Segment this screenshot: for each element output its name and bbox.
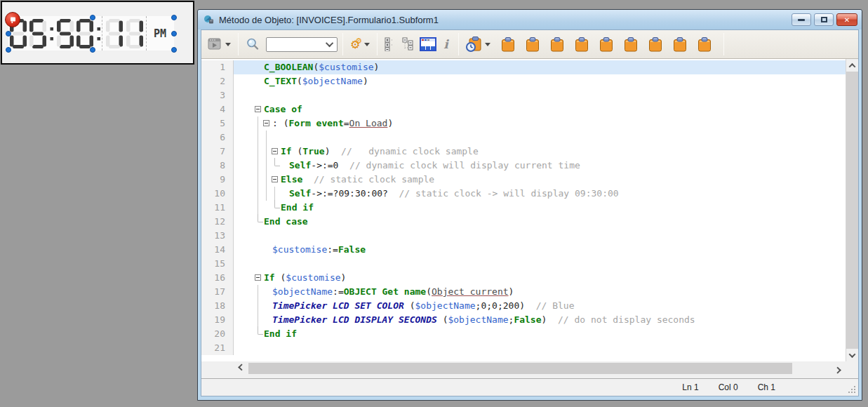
macro-clipboard-button[interactable] bbox=[671, 35, 689, 54]
macro-clipboard-button[interactable] bbox=[573, 35, 591, 54]
code-line[interactable]: 3 bbox=[201, 88, 846, 102]
selection-handle-top[interactable] bbox=[90, 15, 95, 20]
code-line[interactable]: 11 End if bbox=[201, 201, 846, 215]
horizontal-scrollbar-thumb[interactable] bbox=[248, 363, 792, 374]
macro-clipboard-icon bbox=[550, 37, 564, 52]
vertical-scrollbar-thumb[interactable] bbox=[846, 72, 858, 349]
indent-guide bbox=[266, 131, 267, 145]
resize-grip[interactable] bbox=[848, 385, 856, 394]
code-text: TimePicker LCD DISPLAY SECONDS ($objectN… bbox=[272, 313, 695, 327]
lcd-digit bbox=[126, 18, 144, 49]
macro-clipboard-button[interactable] bbox=[646, 35, 665, 54]
scrollbar-gutter-spacer bbox=[201, 361, 234, 375]
line-number: 20 bbox=[201, 327, 234, 341]
fold-toggle[interactable] bbox=[272, 176, 278, 182]
code-line[interactable]: 4 Case of bbox=[201, 102, 846, 116]
run-method-button[interactable] bbox=[206, 35, 233, 53]
scroll-down-button[interactable] bbox=[846, 349, 858, 361]
lcd-digit bbox=[76, 18, 94, 49]
code-line[interactable]: 10 Self->:=?09:30:00? // static clock ->… bbox=[201, 187, 846, 201]
scroll-right-button[interactable] bbox=[832, 362, 844, 375]
title-bar[interactable]: Método de Objeto: [INVOICES].Formulario1… bbox=[198, 10, 862, 29]
code-line[interactable]: 6 bbox=[201, 131, 846, 145]
scroll-left-button[interactable] bbox=[234, 362, 247, 375]
toolbar-separator bbox=[723, 33, 724, 55]
form-preview-button[interactable] bbox=[418, 35, 439, 53]
search-combobox[interactable] bbox=[266, 37, 338, 52]
code-line[interactable]: 21 bbox=[201, 341, 846, 355]
lcd-period: PM bbox=[147, 16, 173, 51]
lcd-digit bbox=[105, 18, 123, 49]
block-end-corner bbox=[274, 200, 280, 208]
macro-clipboard-button[interactable] bbox=[499, 35, 517, 54]
selection-handle-bottom-left[interactable] bbox=[6, 47, 11, 53]
code-line[interactable]: 18 TimePicker LCD SET COLOR ($objectName… bbox=[201, 299, 846, 313]
code-line[interactable]: 17 $objectName:=OBJECT Get name(Object c… bbox=[201, 285, 846, 299]
macro-clipboard-button[interactable] bbox=[597, 35, 615, 54]
code-line[interactable]: 1 C_BOOLEAN($customise) bbox=[201, 60, 846, 74]
code-line[interactable]: 16 If ($customise) bbox=[201, 271, 846, 285]
selection-handle-right[interactable] bbox=[171, 31, 177, 36]
selection-handle-top-right[interactable] bbox=[171, 15, 177, 20]
code-line[interactable]: 2 C_TEXT($objectName) bbox=[201, 74, 846, 88]
expand-all-icon bbox=[385, 37, 397, 51]
macro-clipboard-icon bbox=[526, 37, 540, 52]
chevron-right-icon bbox=[834, 366, 841, 373]
code-line[interactable]: 12 End case bbox=[201, 215, 846, 229]
code-line[interactable]: 15 bbox=[201, 257, 846, 271]
macros-dropdown-arrow-icon bbox=[485, 43, 490, 46]
code-text: $customise:=False bbox=[272, 243, 366, 257]
code-line[interactable]: 8 Self->:=0 // dynamic clock will displa… bbox=[201, 159, 846, 173]
lcd-clock-widget[interactable]: PM bbox=[8, 16, 174, 51]
maximize-button[interactable] bbox=[814, 13, 834, 26]
indent-guide bbox=[258, 159, 258, 173]
info-button[interactable]: i bbox=[439, 35, 453, 53]
lcd-seconds bbox=[102, 16, 147, 51]
code-line[interactable]: 13 bbox=[201, 229, 846, 243]
minimize-button[interactable] bbox=[792, 13, 811, 26]
code-line[interactable]: 19 TimePicker LCD DISPLAY SECONDS ($obje… bbox=[201, 313, 846, 327]
expand-all-button[interactable] bbox=[382, 35, 399, 53]
scroll-up-button[interactable] bbox=[846, 59, 858, 72]
code-line[interactable]: 5 : (Form event=On Load) bbox=[201, 116, 846, 131]
code-line[interactable]: 14 $customise:=False bbox=[201, 243, 846, 257]
macro-clipboard-button[interactable] bbox=[622, 35, 640, 54]
horizontal-scrollbar[interactable] bbox=[201, 361, 858, 375]
selection-handle-bottom[interactable] bbox=[90, 47, 95, 53]
indent-guide bbox=[258, 299, 258, 313]
code-line[interactable]: 20 End if bbox=[201, 327, 846, 341]
vertical-scrollbar[interactable] bbox=[846, 59, 858, 361]
indent-guide bbox=[258, 173, 258, 187]
fold-toggle[interactable] bbox=[255, 274, 261, 281]
fold-toggle[interactable] bbox=[263, 120, 269, 126]
selection-handle-bottom-right[interactable] bbox=[171, 47, 177, 53]
horizontal-scrollbar-track[interactable] bbox=[247, 363, 832, 374]
line-number: 21 bbox=[201, 341, 234, 355]
macro-clipboard-button[interactable] bbox=[695, 35, 714, 54]
search-button[interactable] bbox=[243, 35, 262, 53]
macros-button[interactable] bbox=[464, 34, 493, 54]
code-line[interactable]: 9 Else // static clock sample bbox=[201, 173, 846, 187]
indent-guide bbox=[274, 187, 275, 201]
macro-clipboard-button[interactable] bbox=[548, 35, 566, 54]
line-number: 15 bbox=[201, 257, 234, 271]
code-text: Case of bbox=[264, 102, 302, 116]
close-button[interactable]: ✕ bbox=[836, 13, 857, 26]
fold-toggle[interactable] bbox=[255, 106, 261, 112]
toolbar-separator bbox=[238, 33, 239, 55]
chevron-down-icon bbox=[849, 351, 856, 358]
code-line[interactable]: 7 If (True) // dynamic clock sample bbox=[201, 145, 846, 159]
collapse-all-button[interactable] bbox=[399, 35, 418, 53]
macro-clipboard-button[interactable] bbox=[523, 35, 542, 54]
method-editor-window: Método de Objeto: [INVOICES].Formulario1… bbox=[197, 9, 862, 401]
window-title: Método de Objeto: [INVOICES].Formulario1… bbox=[219, 15, 792, 25]
macro-clipboard-icon bbox=[575, 37, 589, 52]
status-bar: Ln 1 Col 0 Ch 1 bbox=[201, 378, 858, 396]
method-settings-button[interactable]: ⚙ ⚙ bbox=[348, 36, 372, 53]
code-area[interactable]: 1 C_BOOLEAN($customise) 2 C_TEXT($object… bbox=[201, 59, 846, 361]
selection-handle-left[interactable] bbox=[6, 31, 11, 36]
object-method-badge-icon[interactable] bbox=[5, 12, 20, 27]
indent-guide bbox=[266, 145, 267, 159]
fold-toggle[interactable] bbox=[272, 148, 278, 154]
line-number: 1 bbox=[201, 60, 234, 74]
